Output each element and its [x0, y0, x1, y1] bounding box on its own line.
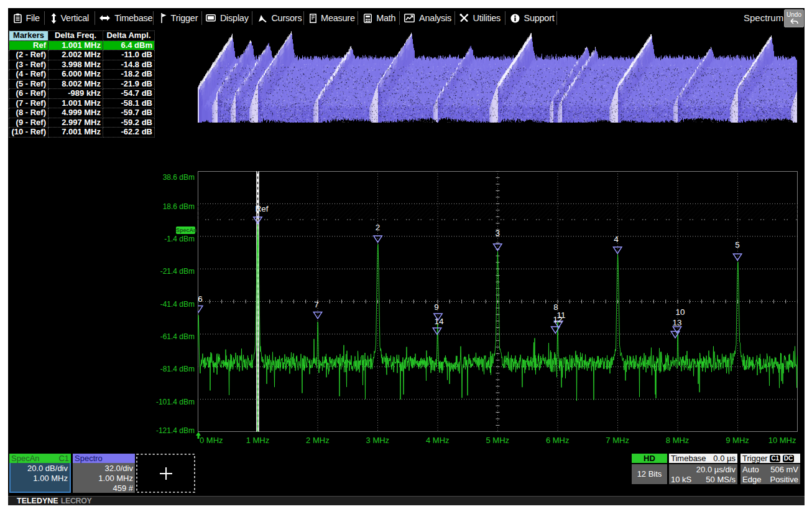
svg-text:12: 12: [553, 315, 562, 324]
svg-text:6: 6: [198, 294, 203, 304]
svg-text:5: 5: [735, 240, 740, 250]
svg-text:13: 13: [672, 318, 681, 327]
svg-text:4: 4: [614, 235, 619, 244]
svg-text:14: 14: [434, 317, 444, 326]
svg-text:7: 7: [314, 300, 319, 309]
svg-text:10: 10: [675, 307, 685, 317]
svg-text:3: 3: [496, 228, 501, 238]
svg-text:2: 2: [376, 223, 381, 232]
svg-text:9: 9: [434, 302, 439, 312]
svg-text:Ref: Ref: [255, 204, 268, 213]
